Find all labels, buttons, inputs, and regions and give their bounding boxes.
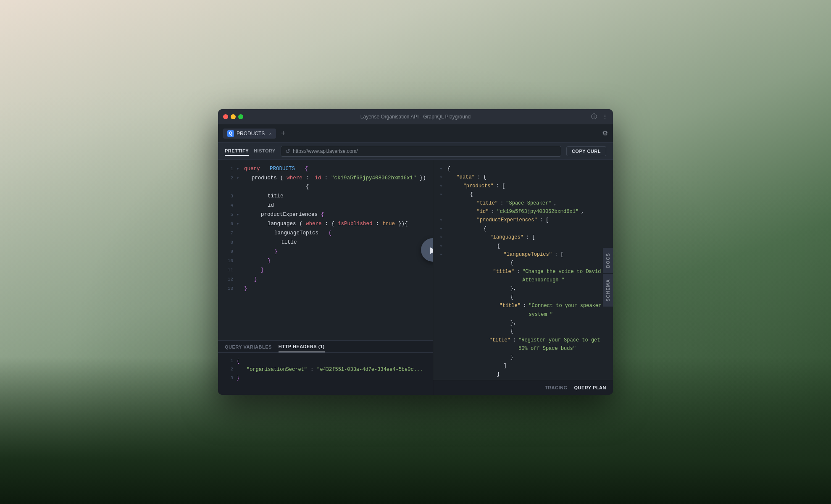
resp-line-13: "title": "Change the voice to David Atte… xyxy=(433,268,613,285)
resp-line-14: }, xyxy=(433,284,613,293)
header-line-2: 2 "organisationSecret": "e432f551-033a-4… xyxy=(225,365,426,374)
code-line-11: 11 } xyxy=(225,266,426,275)
bottom-panel: QUERY VARIABLES HTTP HEADERS (1) 1 { 2 "… xyxy=(218,340,433,395)
code-editor[interactable]: 1 ▾ query PRODUCTS { 2 ▾ products(where:… xyxy=(218,165,433,294)
editor-panel: 1 ▾ query PRODUCTS { 2 ▾ products(where:… xyxy=(218,160,433,395)
resp-line-12: { xyxy=(433,259,613,267)
url-bar[interactable]: ↺ https://www.api.layerise.com/ xyxy=(281,146,561,157)
code-line-12: 12 } xyxy=(225,275,426,284)
window-title: Layerise Organisation API - GraphQL Play… xyxy=(360,114,471,120)
copy-curl-button[interactable]: COPY CURL xyxy=(566,146,606,156)
query-variables-tab[interactable]: QUERY VARIABLES xyxy=(225,344,272,352)
main-content: 1 ▾ query PRODUCTS { 2 ▾ products(where:… xyxy=(218,160,613,395)
headers-content[interactable]: 1 { 2 "organisationSecret": "e432f551-03… xyxy=(218,353,433,387)
toolbar: PRETTIFY HISTORY ↺ https://www.api.layer… xyxy=(218,143,613,160)
title-bar: Layerise Organisation API - GraphQL Play… xyxy=(218,109,613,124)
resp-line-15: { xyxy=(433,293,613,302)
code-line-10: 10 } xyxy=(225,257,426,266)
query-plan-link[interactable]: QUERY PLAN xyxy=(574,385,606,390)
resp-line-20: } xyxy=(433,353,613,362)
more-options-icon[interactable]: ⋮ xyxy=(602,113,608,120)
app-window: Layerise Organisation API - GraphQL Play… xyxy=(218,109,613,395)
resp-line-8: ▾ { xyxy=(433,225,613,233)
add-tab-button[interactable]: + xyxy=(279,129,287,138)
tracing-link[interactable]: TRACING xyxy=(545,385,568,390)
url-value: https://www.api.layerise.com/ xyxy=(293,148,358,154)
resp-line-21: ] xyxy=(433,362,613,370)
schema-tab[interactable]: SCHEMA xyxy=(603,274,613,307)
prettify-button[interactable]: PRETTIFY xyxy=(225,147,249,156)
tab-label: PRODUCTS xyxy=(237,131,265,136)
minimize-button[interactable] xyxy=(231,114,236,119)
response-footer: TRACING QUERY PLAN xyxy=(433,380,613,395)
resp-line-3: ▾ "products": [ xyxy=(433,182,613,190)
resp-line-16: "title": "Connect to your speaker system… xyxy=(433,302,613,319)
editor-area[interactable]: 1 ▾ query PRODUCTS { 2 ▾ products(where:… xyxy=(218,160,433,340)
code-line-2: 2 ▾ products(where: {id: "ck19a5f63jpy40… xyxy=(225,174,426,192)
resp-line-10: ▾ { xyxy=(433,242,613,250)
code-line-4: 4 id xyxy=(225,201,426,210)
bottom-tab-bar: QUERY VARIABLES HTTP HEADERS (1) xyxy=(218,341,433,353)
resp-line-19: "title": "Register your Space to get 50%… xyxy=(433,336,613,353)
code-line-8: 8 title xyxy=(225,238,426,247)
code-line-5: 5 ▾ productExperiences{ xyxy=(225,210,426,220)
response-content: ▾ { ▾ "data": { ▾ "products": [ ▾ xyxy=(433,160,613,380)
close-button[interactable] xyxy=(223,114,228,119)
header-line-1: 1 { xyxy=(225,357,426,365)
resp-line-9: ▾ "languages": [ xyxy=(433,233,613,242)
resp-line-11: ▾ "languageTopics": [ xyxy=(433,250,613,259)
header-line-3: 3 } xyxy=(225,374,426,383)
info-icon[interactable]: ⓘ xyxy=(591,113,597,121)
code-line-7: 7 languageTopics { xyxy=(225,229,426,238)
code-line-13: 13 } xyxy=(225,284,426,294)
tab-close-icon[interactable]: × xyxy=(269,131,271,136)
tab-products[interactable]: Q PRODUCTS × xyxy=(223,129,276,139)
sidebar-tabs: DOCS SCHEMA xyxy=(603,248,613,306)
code-line-6: 6 ▾ languages(where: { isPublished: true… xyxy=(225,220,426,229)
docs-tab[interactable]: DOCS xyxy=(603,248,613,273)
resp-line-22: } xyxy=(433,370,613,378)
resp-line-1: ▾ { xyxy=(433,165,613,173)
resp-line-7: ▾ "productExperiences": [ xyxy=(433,216,613,224)
settings-icon[interactable]: ⚙ xyxy=(602,129,608,137)
resp-line-5: "title": "Space Speaker", xyxy=(433,199,613,207)
code-line-1: 1 ▾ query PRODUCTS { xyxy=(225,165,426,174)
tab-query-icon: Q xyxy=(227,130,234,137)
traffic-lights xyxy=(223,114,243,119)
desktop-background: Layerise Organisation API - GraphQL Play… xyxy=(0,0,831,504)
resp-line-4: ▾ { xyxy=(433,190,613,199)
resp-line-6: "id": "ck19a5f63jpy408062bxmd6x1", xyxy=(433,207,613,216)
title-bar-actions: ⓘ ⋮ xyxy=(591,113,608,121)
http-headers-tab[interactable]: HTTP HEADERS (1) xyxy=(279,344,325,352)
resp-line-18: { xyxy=(433,327,613,336)
refresh-icon[interactable]: ↺ xyxy=(285,148,290,155)
resp-line-17: }, xyxy=(433,319,613,327)
resp-line-2: ▾ "data": { xyxy=(433,173,613,181)
tab-bar: Q PRODUCTS × + ⚙ xyxy=(218,124,613,143)
response-panel: ▾ { ▾ "data": { ▾ "products": [ ▾ xyxy=(433,160,613,395)
code-line-9: 9 } xyxy=(225,247,426,257)
maximize-button[interactable] xyxy=(238,114,243,119)
code-line-3: 3 title xyxy=(225,192,426,201)
history-button[interactable]: HISTORY xyxy=(254,147,276,156)
